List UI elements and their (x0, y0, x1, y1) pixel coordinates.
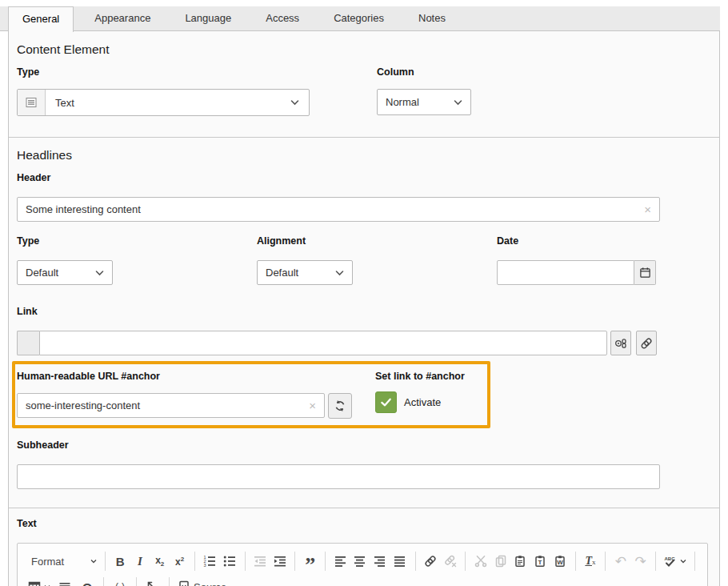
copy-icon (494, 555, 507, 568)
link-label: Link (17, 306, 38, 317)
toolbar-separator (105, 552, 106, 571)
tab-notes[interactable]: Notes (405, 6, 459, 31)
human-readable-url-input[interactable]: some-interesting-content × (17, 393, 325, 418)
column-label: Column (377, 66, 414, 78)
toolbar-separator (169, 577, 170, 586)
refresh-icon (334, 399, 346, 412)
header-type-select[interactable]: Default (17, 260, 113, 285)
rte-toolbar-row-2: Ω(-)Source (25, 576, 700, 586)
alignment-value: Default (266, 267, 298, 279)
text-element-icon (18, 90, 46, 115)
tab-language[interactable]: Language (171, 6, 245, 31)
link-prefix-box (17, 331, 39, 355)
toolbar-separator (103, 577, 104, 586)
date-input[interactable] (497, 260, 634, 285)
chevron-down-icon (290, 98, 299, 106)
special-char-icon: Ω (82, 581, 92, 586)
ordered-list-button[interactable]: 123 (200, 551, 220, 572)
soft-hyphen-button[interactable]: (-) (109, 576, 131, 586)
italic-button[interactable]: I (130, 551, 150, 572)
spellcheck-icon: ABC (664, 555, 677, 568)
column-select[interactable]: Normal (377, 89, 471, 115)
source-button-label: Source (194, 581, 226, 586)
paste-icon (514, 555, 526, 568)
link-button[interactable] (421, 551, 441, 572)
table-button[interactable] (25, 576, 54, 586)
copy-button (490, 551, 510, 572)
svg-text:T: T (538, 559, 542, 566)
calendar-icon (639, 267, 651, 279)
toolbar-separator (605, 552, 606, 571)
header-label: Header (17, 172, 50, 183)
date-picker-button[interactable] (634, 260, 656, 285)
tab-general[interactable]: General (8, 6, 74, 32)
align-justify-button[interactable] (390, 551, 410, 572)
tab-access[interactable]: Access (252, 6, 313, 31)
source-button[interactable]: Source (174, 576, 230, 586)
toolbar-separator (694, 552, 695, 571)
column-value: Normal (386, 96, 419, 108)
chevron-down-icon (95, 269, 104, 277)
link-browser-button[interactable] (636, 331, 657, 355)
subheader-input[interactable] (17, 464, 660, 489)
caret-down-icon (680, 558, 686, 564)
paste-text-button[interactable]: T (530, 551, 550, 572)
bold-button[interactable]: B (110, 551, 130, 572)
clear-url-icon[interactable]: × (304, 399, 316, 411)
spellcheck-button[interactable]: ABC (661, 551, 690, 572)
maximize-icon (146, 580, 159, 586)
paste-text-icon: T (534, 555, 546, 568)
toolbar-separator (325, 552, 326, 571)
indent-button[interactable] (270, 551, 290, 572)
align-center-button[interactable] (350, 551, 370, 572)
maximize-button[interactable] (142, 576, 164, 586)
human-readable-url-label: Human-readable URL #anchor (17, 371, 160, 382)
activate-label: Activate (404, 396, 441, 408)
set-link-label: Set link to #anchor (375, 371, 465, 382)
alignment-select[interactable]: Default (257, 260, 353, 285)
paste-word-icon: W (554, 555, 566, 568)
header-input[interactable]: Some interesting content × (17, 197, 660, 222)
caret-down-icon (90, 558, 97, 564)
toolbar-separator (415, 552, 416, 571)
type-label: Type (17, 66, 39, 78)
section-divider (9, 137, 719, 138)
ordered-list-icon: 123 (203, 555, 216, 568)
redo-button: ↷ (630, 551, 650, 572)
subscript-button[interactable]: x2 (150, 551, 170, 572)
outdent-button (250, 551, 270, 572)
svg-text:W: W (557, 559, 563, 566)
header-type-label: Type (17, 235, 39, 247)
paste-button[interactable] (510, 551, 530, 572)
recalculate-url-button[interactable] (328, 393, 352, 419)
tab-categories[interactable]: Categories (320, 6, 398, 31)
undo-icon: ↶ (615, 555, 626, 568)
remove-format-button[interactable]: Tx (581, 551, 601, 572)
tab-appearance[interactable]: Appearance (81, 6, 164, 31)
content-type-select[interactable]: Text (17, 89, 310, 116)
align-right-button[interactable] (370, 551, 390, 572)
rte-toolbar-row-1: FormatBIx2x2123”TWTx↶↷ABC (25, 550, 700, 572)
link-details-button[interactable] (610, 331, 631, 355)
format-combo[interactable]: Format (25, 551, 100, 572)
align-left-button[interactable] (330, 551, 350, 572)
superscript-button[interactable]: x2 (170, 551, 190, 572)
link-details-icon (614, 337, 627, 350)
unordered-list-button[interactable] (220, 551, 240, 572)
chevron-down-icon (335, 269, 344, 277)
blockquote-button[interactable]: ” (300, 551, 320, 572)
alignment-label: Alignment (257, 235, 306, 247)
activate-checkbox[interactable] (375, 391, 397, 413)
toolbar-separator (655, 552, 656, 571)
paste-word-button[interactable]: W (550, 551, 570, 572)
header-value: Some interesting content (26, 203, 141, 215)
content-edit-form: GeneralAppearanceLanguageAccessCategorie… (0, 0, 728, 586)
section-heading-headlines: Headlines (17, 148, 72, 163)
link-input[interactable] (39, 331, 607, 355)
clear-header-icon[interactable]: × (639, 203, 651, 215)
special-char-button[interactable]: Ω (76, 576, 98, 586)
horizontal-line-button[interactable] (54, 576, 76, 586)
subheader-label: Subheader (17, 440, 69, 451)
toolbar-separator (136, 577, 137, 586)
cut-icon (474, 555, 487, 568)
